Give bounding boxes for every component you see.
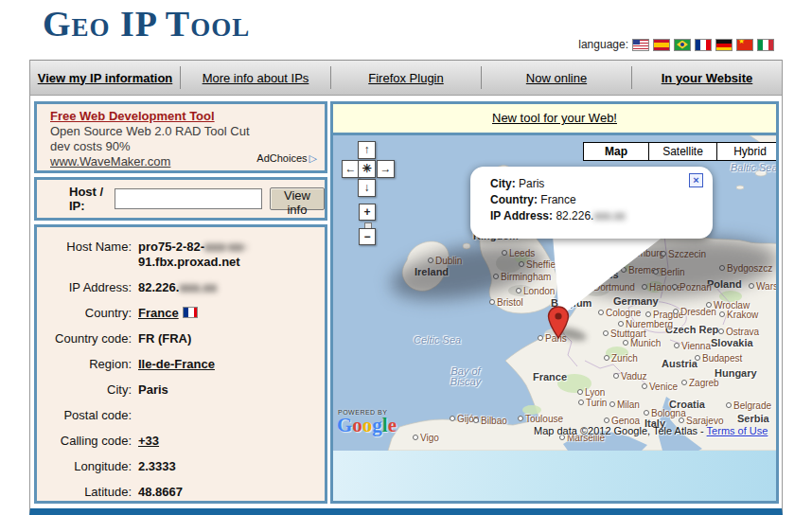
promo-strip: New tool for your Web! [333,104,776,135]
ad-banner[interactable]: Free Web Development Tool Open Source We… [34,101,327,173]
redacted-text: xxx.xx [593,209,625,222]
bubble-city-line: City: Paris [490,176,713,192]
close-icon[interactable]: × [689,173,703,187]
map-marker-icon[interactable] [547,306,570,340]
map-label-city: Toulouse [518,414,563,424]
map-label-city: London [516,286,555,296]
main-nav: View my IP information More info about I… [30,60,782,96]
adchoices-icon: ▷ [309,152,317,164]
terms-of-use-link[interactable]: Terms of Use [707,425,768,436]
map-label-water: Celtic Sea [414,334,461,346]
map-label-country: Czech Rep [665,324,718,335]
host-ip-input[interactable] [115,188,262,209]
host-name-value: pro75-2-82-xxx-xx-91.fbx.proxad.net [138,240,247,270]
ad-body-line1: Open Source Web 2.0 RAD Tool Cut [50,124,315,139]
adchoices-badge[interactable]: AdChoices▷ [256,151,317,166]
longitude-label: Longitude: [37,459,138,474]
nav-firefox-plugin[interactable]: Firefox Plugin [331,71,481,85]
map-label-country: Hungary [715,367,757,379]
main-content: Free Web Development Tool Open Source We… [30,96,782,504]
ad-url-link[interactable]: www.WaveMaker.com [50,154,170,169]
zoom-in-button[interactable]: + [359,204,376,221]
language-label: language: [578,38,628,51]
country-link[interactable]: France [138,306,179,320]
map-label-city: Venice [642,382,678,392]
map-label-city: Zagreb [681,378,719,388]
page: Geo IP Tool language: View my IP informa… [0,0,812,515]
postal-code-row: Postal code: [37,408,325,423]
map-attribution: Map data ©2012 Google, Tele Atlas - Term… [534,425,768,436]
map-label-city: Milan [609,400,640,410]
map-label-city: Belgrade [726,400,771,411]
nav-now-online[interactable]: Now online [482,71,631,85]
view-info-button[interactable]: View info [270,187,325,210]
map-label-city: Cologne [598,308,641,318]
city-value: Paris [138,382,168,398]
map-label-city: Krakow [719,310,758,320]
nav-view-my-ip[interactable]: View my IP information [30,71,180,85]
postal-code-label: Postal code: [37,408,138,423]
region-label: Region: [37,357,138,372]
new-tool-link[interactable]: New tool for your Web! [492,111,617,125]
country-code-label: Country code: [37,331,138,346]
bubble-country-line: Country: France [490,192,713,208]
host-lookup-box: Host / IP: View info [34,177,327,221]
host-ip-label: Host / IP: [69,185,108,213]
country-code-row: Country code: FR (FRA) [37,331,325,346]
map-label-country: France [533,371,567,382]
google-map[interactable]: Baltic Sea Celtic Sea Bay of Biscay Irel… [333,135,776,451]
map-type-button-satellite[interactable]: Satellite [648,142,717,161]
brazil-flag-icon[interactable] [674,39,691,51]
germany-flag-icon[interactable] [715,39,733,51]
adchoices-label: AdChoices [256,152,307,164]
map-label-city: Zurich [604,353,638,364]
city-label: City: [37,382,138,398]
geo-info-box: Host Name: pro75-2-82-xxx-xx-91.fbx.prox… [34,224,327,504]
zoom-out-button[interactable]: − [359,228,376,245]
site-logo[interactable]: Geo IP Tool [43,0,250,47]
map-type-button-map[interactable]: Map [583,142,649,161]
calling-code-row: Calling code: +33 [37,434,325,449]
nav-more-info[interactable]: More info about IPs [181,71,330,85]
region-link[interactable]: Ile-de-France [138,357,215,371]
language-bar: language: [578,38,774,51]
ip-address-value: 82.226.xxx.xx [138,280,217,295]
region-value: Ile-de-France [138,357,215,372]
calling-code-label: Calling code: [37,434,138,449]
map-label-city: Munich [623,338,661,348]
ip-address-label: IP Address: [37,280,138,295]
left-column: Free Web Development Tool Open Source We… [34,101,327,504]
map-info-bubble: × City: Paris Country: France IP Address… [470,167,713,239]
map-label-city: Lyon [577,387,605,398]
france-flag-icon [183,307,198,318]
map-label-city: Bristol [489,297,523,308]
us-flag-icon[interactable] [632,39,649,51]
pan-down-button[interactable]: ↓ [358,179,376,197]
map-label-country: Austria [662,358,697,369]
latitude-value: 48.8667 [138,485,183,500]
china-flag-icon[interactable] [736,39,753,51]
nav-in-your-website[interactable]: In your Website [632,71,782,85]
google-logo[interactable]: Google [337,416,397,435]
map-label-city: Turin [578,398,607,408]
pan-right-button[interactable]: → [377,160,395,178]
italy-flag-icon[interactable] [757,39,774,51]
header: Geo IP Tool language: [0,0,812,59]
pan-up-button[interactable]: ↑ [358,141,376,159]
longitude-value: 2.3333 [138,459,176,474]
map-label-water: Bay of Biscay [443,366,488,387]
spain-flag-icon[interactable] [653,39,670,51]
recenter-button[interactable]: ✳ [358,160,376,178]
longitude-row: Longitude: 2.3333 [37,459,325,474]
map-type-button-hybrid[interactable]: Hybrid [716,142,776,161]
calling-code-link[interactable]: +33 [138,434,159,448]
bubble-ip-line: IP Address: 82.226.xxx.xx [490,208,713,224]
france-flag-icon[interactable] [695,39,712,51]
country-value: France [138,306,198,321]
map-label-city: Vienna [674,341,711,351]
ip-address-row: IP Address: 82.226.xxx.xx [37,280,325,295]
latitude-row: Latitude: 48.8667 [37,485,325,500]
map-label-city: Bilbao [473,416,507,426]
ad-title-link[interactable]: Free Web Development Tool [50,109,215,124]
map-label-city: Ostrava [718,327,759,337]
